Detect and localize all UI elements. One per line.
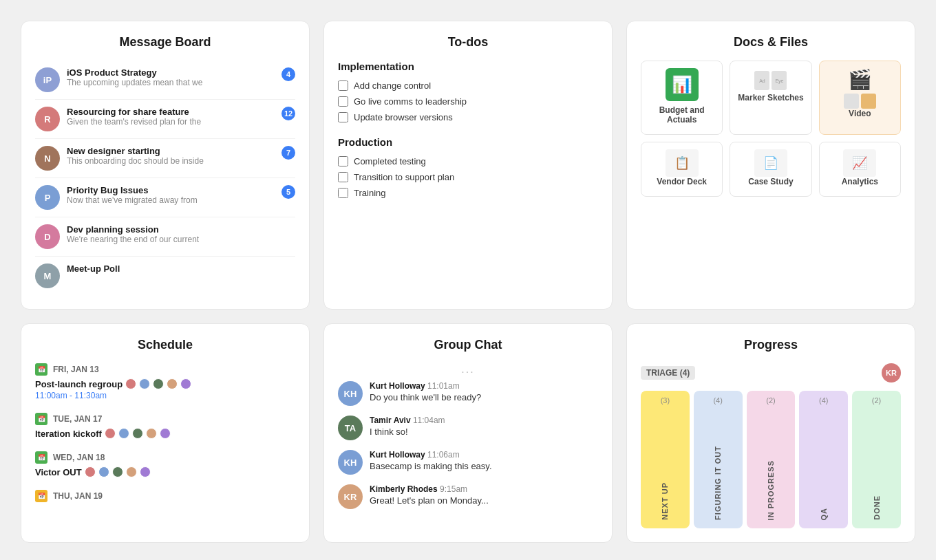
- progress-header: TRIAGE (4) KR: [641, 363, 901, 383]
- doc-item[interactable]: Ad Eye Marker Sketches: [730, 61, 811, 135]
- progress-avatar: KR: [882, 363, 901, 383]
- schedule-avatar: [112, 466, 123, 477]
- schedule-avatar: [126, 466, 137, 477]
- todo-checkbox[interactable]: [338, 188, 348, 198]
- chat-avatar: KR: [338, 484, 363, 509]
- todo-item[interactable]: Training: [338, 185, 598, 201]
- doc-thumb: Eye: [772, 71, 787, 90]
- schedule-event-name: Iteration kickoff: [35, 428, 295, 439]
- schedule-avatar: [105, 428, 116, 439]
- message-item[interactable]: R Resourcing for share feature Given the…: [35, 100, 295, 139]
- schedule-day: 📅 WED, JAN 18 Victor OUT: [35, 451, 295, 477]
- chat-meta: Kurt Holloway 11:01am: [370, 381, 481, 391]
- message-title: iOS Product Strategy: [67, 67, 275, 78]
- doc-item[interactable]: 📈 Analytics: [819, 142, 901, 197]
- schedule-avatar: [132, 428, 143, 439]
- group-chat-card: Group Chat ... KH Kurt Holloway 11:01am …: [323, 323, 613, 543]
- doc-name: Vendor Deck: [648, 177, 715, 186]
- doc-item[interactable]: 📄 Case Study: [730, 142, 811, 197]
- doc-thumb: Ad: [754, 71, 769, 90]
- message-content: Resourcing for share feature Given the t…: [67, 107, 275, 127]
- message-item[interactable]: P Priority Bug Issues Now that we've mig…: [35, 178, 295, 217]
- message-avatar: iP: [35, 67, 60, 92]
- message-item[interactable]: D Dev planning session We're nearing the…: [35, 217, 295, 257]
- main-grid: Message Board iP iOS Product Strategy Th…: [21, 21, 915, 543]
- message-preview: We're nearing the end of our current: [67, 235, 295, 244]
- message-badge: 5: [281, 185, 295, 199]
- todo-item[interactable]: Add change control: [338, 78, 598, 94]
- message-avatar: N: [35, 146, 60, 171]
- message-content: Meet-up Poll: [67, 263, 295, 274]
- schedule-avatar: [140, 466, 151, 477]
- todos-title: To-dos: [338, 35, 598, 50]
- doc-name: Video: [827, 109, 893, 118]
- todo-label: Go live comms to leadership: [354, 96, 467, 107]
- todo-checkbox[interactable]: [338, 172, 348, 182]
- todo-checkbox[interactable]: [338, 96, 348, 107]
- calendar-icon: 📅: [35, 490, 47, 502]
- group-chat-title: Group Chat: [338, 338, 598, 352]
- schedule-avatar: [118, 428, 129, 439]
- triage-label: TRIAGE (4): [641, 366, 695, 380]
- chat-content: Tamir Aviv 11:04am I think so!: [370, 416, 445, 437]
- progress-count: (4): [819, 396, 828, 405]
- doc-item[interactable]: 📊Budget and Actuals: [641, 61, 723, 135]
- chat-avatar: KH: [338, 381, 363, 406]
- todo-section: Implementation Add change control Go liv…: [338, 61, 598, 125]
- doc-name: Budget and Actuals: [648, 105, 715, 125]
- message-badge: 4: [281, 67, 295, 81]
- doc-thumb: [844, 94, 859, 109]
- message-preview: The upcoming updates mean that we: [67, 78, 275, 87]
- todo-item[interactable]: Completed testing: [338, 153, 598, 169]
- doc-name: Marker Sketches: [737, 93, 804, 103]
- chat-message: KR Kimberly Rhodes 9:15am Great! Let's p…: [338, 484, 598, 509]
- todo-item[interactable]: Transition to support plan: [338, 169, 598, 185]
- message-board-card: Message Board iP iOS Product Strategy Th…: [21, 21, 310, 310]
- message-item[interactable]: M Meet-up Poll: [35, 257, 295, 295]
- message-title: Resourcing for share feature: [67, 107, 275, 117]
- schedule-avatar: [85, 466, 96, 477]
- schedule-time: 11:00am - 11:30am: [35, 391, 295, 400]
- progress-column: (4) QA: [799, 391, 848, 528]
- message-list: iP iOS Product Strategy The upcoming upd…: [35, 61, 295, 295]
- doc-item[interactable]: 📋 Vendor Deck: [641, 142, 723, 197]
- message-item[interactable]: iP iOS Product Strategy The upcoming upd…: [35, 61, 295, 100]
- schedule-list: 📅 FRI, JAN 13 Post-launch regroup 11:00a…: [35, 363, 295, 502]
- todo-checkbox[interactable]: [338, 156, 348, 166]
- message-avatar: R: [35, 107, 60, 131]
- todo-label: Completed testing: [354, 156, 426, 166]
- schedule-date: 📅 WED, JAN 18: [35, 451, 295, 464]
- chat-content: Kurt Holloway 11:01am Do you think we'll…: [370, 381, 481, 402]
- message-title: Priority Bug Issues: [67, 185, 275, 195]
- chat-content: Kimberly Rhodes 9:15am Great! Let's plan…: [370, 484, 489, 506]
- chat-message: KH Kurt Holloway 11:06am Basecamp is mak…: [338, 450, 598, 475]
- docs-grid: 📊Budget and Actuals Ad Eye Marker Sketch…: [641, 61, 901, 197]
- todo-item[interactable]: Update browser versions: [338, 109, 598, 125]
- todo-checkbox[interactable]: [338, 80, 348, 91]
- schedule-date-text: WED, JAN 18: [53, 453, 105, 462]
- schedule-avatar: [180, 378, 191, 389]
- schedule-day: 📅 THU, JAN 19: [35, 490, 295, 502]
- schedule-date-text: TUE, JAN 17: [53, 414, 102, 424]
- chat-message: TA Tamir Aviv 11:04am I think so!: [338, 416, 598, 440]
- chat-meta: Kurt Holloway 11:06am: [370, 450, 492, 460]
- message-badge: 12: [281, 107, 295, 120]
- progress-col-label: DONE: [873, 495, 881, 520]
- message-preview: Given the team's revised plan for the: [67, 117, 275, 127]
- message-content: New designer starting This onboarding do…: [67, 146, 275, 166]
- progress-count: (3): [661, 396, 670, 405]
- chat-message: KH Kurt Holloway 11:01am Do you think we…: [338, 381, 598, 406]
- schedule-day: 📅 FRI, JAN 13 Post-launch regroup 11:00a…: [35, 363, 295, 400]
- docs-title: Docs & Files: [641, 35, 901, 50]
- progress-title: Progress: [641, 338, 901, 352]
- message-item[interactable]: N New designer starting This onboarding …: [35, 139, 295, 178]
- todo-item[interactable]: Go live comms to leadership: [338, 94, 598, 109]
- schedule-card: Schedule 📅 FRI, JAN 13 Post-launch regro…: [21, 323, 310, 543]
- todo-checkbox[interactable]: [338, 112, 348, 122]
- message-avatar: P: [35, 185, 60, 210]
- message-content: iOS Product Strategy The upcoming update…: [67, 67, 275, 87]
- doc-item[interactable]: 🎬 Video: [819, 61, 901, 135]
- doc-thumb: 📈: [843, 149, 876, 177]
- chat-content: Kurt Holloway 11:06am Basecamp is making…: [370, 450, 492, 471]
- chat-avatar: KH: [338, 450, 363, 475]
